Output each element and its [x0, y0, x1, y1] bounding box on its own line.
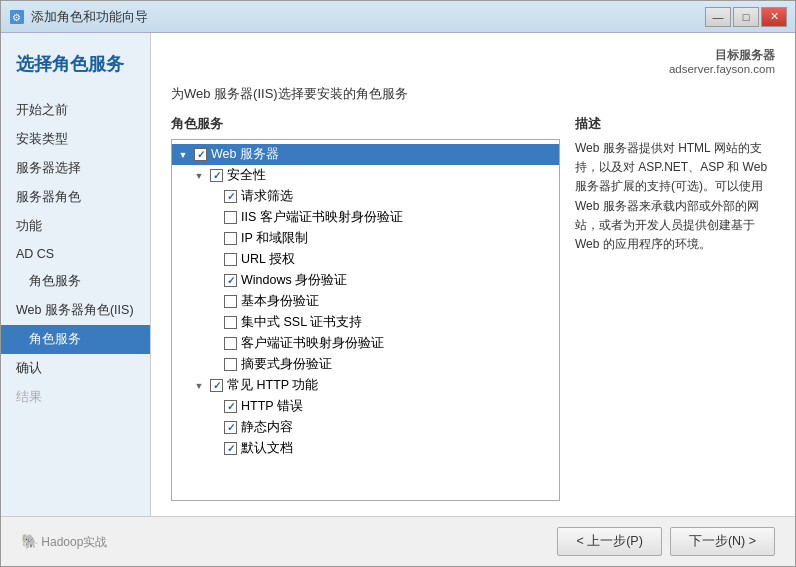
sidebar-item-results: 结果	[1, 383, 150, 412]
titlebar-buttons: — □ ✕	[705, 7, 787, 27]
titlebar: ⚙ 添加角色和功能向导 — □ ✕	[1, 1, 795, 33]
label-security: 安全性	[227, 167, 266, 184]
label-web-server: Web 服务器	[211, 146, 279, 163]
main-panel: 目标服务器 adserver.fayson.com 为Web 服务器(IIS)选…	[151, 33, 795, 516]
window-title: 添加角色和功能向导	[31, 8, 148, 26]
sidebar-item-server-select[interactable]: 服务器选择	[1, 154, 150, 183]
checkbox-web-server[interactable]	[194, 148, 207, 161]
tree-item-web-server[interactable]: ▼ Web 服务器	[172, 144, 559, 165]
checkbox-centralized-ssl[interactable]	[224, 316, 237, 329]
server-label: 目标服务器	[715, 49, 775, 61]
left-panel-heading: 角色服务	[171, 115, 560, 133]
page-title: 选择角色服务	[1, 43, 150, 96]
right-panel: 描述 Web 服务器提供对 HTML 网站的支持，以及对 ASP.NET、ASP…	[575, 115, 775, 501]
tree-item-http-errors[interactable]: ▶ HTTP 错误	[202, 396, 559, 417]
svg-text:⚙: ⚙	[12, 12, 21, 23]
sidebar-item-server-roles[interactable]: 服务器角色	[1, 183, 150, 212]
expand-icon-security: ▼	[192, 169, 206, 183]
sidebar-item-install-type[interactable]: 安装类型	[1, 125, 150, 154]
sidebar-item-start[interactable]: 开始之前	[1, 96, 150, 125]
label-digest-auth: 摘要式身份验证	[241, 356, 332, 373]
label-url-auth: URL 授权	[241, 251, 295, 268]
main-instruction: 为Web 服务器(IIS)选择要安装的角色服务	[171, 85, 775, 103]
footer: 🐘 Hadoop实战 < 上一步(P) 下一步(N) >	[1, 516, 795, 566]
tree-item-static-content[interactable]: ▶ 静态内容	[202, 417, 559, 438]
tree-item-windows-auth[interactable]: ▶ Windows 身份验证	[202, 270, 559, 291]
app-icon: ⚙	[9, 9, 25, 25]
main-window: ⚙ 添加角色和功能向导 — □ ✕ 选择角色服务 开始之前 安装类型 服务器选择…	[0, 0, 796, 567]
sidebar-item-web-server[interactable]: Web 服务器角色(IIS)	[1, 296, 150, 325]
tree-item-digest-auth[interactable]: ▶ 摘要式身份验证	[202, 354, 559, 375]
footer-buttons: < 上一步(P) 下一步(N) >	[557, 527, 775, 556]
checkbox-url-auth[interactable]	[224, 253, 237, 266]
label-static-content: 静态内容	[241, 419, 293, 436]
label-client-cert-map: 客户端证书映射身份验证	[241, 335, 384, 352]
label-default-doc: 默认文档	[241, 440, 293, 457]
tree-item-client-cert-map[interactable]: ▶ 客户端证书映射身份验证	[202, 333, 559, 354]
next-button[interactable]: 下一步(N) >	[670, 527, 775, 556]
sidebar-item-features[interactable]: 功能	[1, 212, 150, 241]
sidebar-item-role-services[interactable]: 角色服务	[1, 325, 150, 354]
label-common-http: 常见 HTTP 功能	[227, 377, 318, 394]
checkbox-client-cert-map[interactable]	[224, 337, 237, 350]
checkbox-basic-auth[interactable]	[224, 295, 237, 308]
checkbox-security[interactable]	[210, 169, 223, 182]
tree-item-url-auth[interactable]: ▶ URL 授权	[202, 249, 559, 270]
label-basic-auth: 基本身份验证	[241, 293, 319, 310]
label-ip-domain: IP 和域限制	[241, 230, 308, 247]
content-area: 选择角色服务 开始之前 安装类型 服务器选择 服务器角色 功能 AD CS 角色…	[1, 33, 795, 516]
checkbox-default-doc[interactable]	[224, 442, 237, 455]
close-button[interactable]: ✕	[761, 7, 787, 27]
desc-heading: 描述	[575, 115, 775, 133]
tree-item-iis-client-cert[interactable]: ▶ IIS 客户端证书映射身份验证	[202, 207, 559, 228]
titlebar-left: ⚙ 添加角色和功能向导	[9, 8, 148, 26]
checkbox-iis-client-cert[interactable]	[224, 211, 237, 224]
label-iis-client-cert: IIS 客户端证书映射身份验证	[241, 209, 403, 226]
sidebar-item-adcs[interactable]: AD CS	[1, 241, 150, 267]
tree-item-request-filter[interactable]: ▶ 请求筛选	[202, 186, 559, 207]
server-info: 目标服务器 adserver.fayson.com	[171, 48, 775, 75]
tree-item-security[interactable]: ▼ 安全性	[188, 165, 559, 186]
left-panel: 角色服务 ▼ Web 服务器 ▼ 安全性	[171, 115, 560, 501]
prev-button[interactable]: < 上一步(P)	[557, 527, 661, 556]
panels: 角色服务 ▼ Web 服务器 ▼ 安全性	[171, 115, 775, 501]
checkbox-request-filter[interactable]	[224, 190, 237, 203]
watermark: 🐘 Hadoop实战	[21, 533, 107, 551]
checkbox-http-errors[interactable]	[224, 400, 237, 413]
checkbox-digest-auth[interactable]	[224, 358, 237, 371]
checkbox-windows-auth[interactable]	[224, 274, 237, 287]
sidebar-item-role-services-adcs[interactable]: 角色服务	[1, 267, 150, 296]
tree-item-basic-auth[interactable]: ▶ 基本身份验证	[202, 291, 559, 312]
minimize-button[interactable]: —	[705, 7, 731, 27]
tree-container[interactable]: ▼ Web 服务器 ▼ 安全性 ▶	[171, 139, 560, 501]
tree-item-common-http[interactable]: ▼ 常见 HTTP 功能	[188, 375, 559, 396]
tree-item-ip-domain[interactable]: ▶ IP 和域限制	[202, 228, 559, 249]
label-windows-auth: Windows 身份验证	[241, 272, 347, 289]
checkbox-common-http[interactable]	[210, 379, 223, 392]
server-value: adserver.fayson.com	[669, 63, 775, 75]
label-centralized-ssl: 集中式 SSL 证书支持	[241, 314, 362, 331]
tree-item-centralized-ssl[interactable]: ▶ 集中式 SSL 证书支持	[202, 312, 559, 333]
checkbox-ip-domain[interactable]	[224, 232, 237, 245]
label-request-filter: 请求筛选	[241, 188, 293, 205]
expand-icon-common-http: ▼	[192, 379, 206, 393]
sidebar: 选择角色服务 开始之前 安装类型 服务器选择 服务器角色 功能 AD CS 角色…	[1, 33, 151, 516]
maximize-button[interactable]: □	[733, 7, 759, 27]
expand-icon-web-server: ▼	[176, 148, 190, 162]
tree-item-default-doc[interactable]: ▶ 默认文档	[202, 438, 559, 459]
desc-text: Web 服务器提供对 HTML 网站的支持，以及对 ASP.NET、ASP 和 …	[575, 139, 775, 254]
label-http-errors: HTTP 错误	[241, 398, 303, 415]
checkbox-static-content[interactable]	[224, 421, 237, 434]
sidebar-item-confirm[interactable]: 确认	[1, 354, 150, 383]
